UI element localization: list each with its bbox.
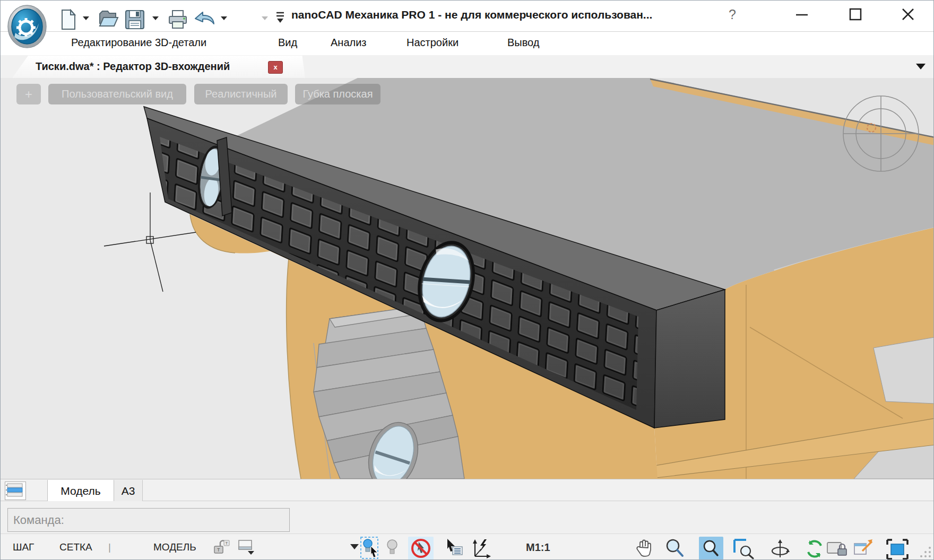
- visual-style-button[interactable]: Реалистичный: [194, 84, 288, 104]
- clean-screen-icon[interactable]: [853, 538, 876, 559]
- sheet-tab-a3[interactable]: А3: [114, 480, 143, 502]
- minimize-button[interactable]: [783, 1, 820, 28]
- regen-icon[interactable]: [804, 538, 825, 559]
- scale-indicator[interactable]: М1:1: [526, 541, 550, 554]
- lamp-icon[interactable]: [385, 538, 400, 557]
- sheet-tab-bar: Модель А3: [1, 479, 934, 501]
- jaw-plate-end-face: [654, 290, 725, 428]
- orbit-icon[interactable]: [769, 538, 791, 559]
- undo-caret-icon[interactable]: [221, 16, 227, 20]
- undo-icon[interactable]: [193, 9, 217, 29]
- command-prompt: Команда:: [13, 513, 64, 527]
- zoom-icon[interactable]: [665, 538, 685, 558]
- document-tab-label: Тиски.dwa* : Редактор 3D-вхождений: [36, 60, 230, 73]
- app-logo[interactable]: [7, 4, 47, 49]
- zoom-realtime-icon[interactable]: [699, 537, 723, 560]
- new-document-caret-icon[interactable]: [83, 16, 89, 20]
- no-selection-icon[interactable]: [408, 537, 434, 560]
- menu-settings[interactable]: Настройки: [407, 37, 459, 49]
- document-tab[interactable]: Тиски.dwa* : Редактор 3D-вхождений x: [12, 56, 305, 78]
- disabled-caret-icon[interactable]: [262, 16, 268, 20]
- sheet-tab-model[interactable]: Модель: [47, 480, 114, 502]
- tab-close-icon[interactable]: x: [268, 61, 283, 74]
- lock-ui-icon[interactable]: [826, 538, 847, 558]
- add-view-button[interactable]: +: [16, 84, 41, 104]
- maximize-button[interactable]: [837, 1, 874, 28]
- print-icon[interactable]: [168, 9, 188, 30]
- command-input[interactable]: Команда:: [7, 508, 290, 532]
- help-button[interactable]: ?: [729, 7, 736, 22]
- menu-edit-3d-part[interactable]: Редактирование 3D-детали: [71, 37, 206, 49]
- view-name-button[interactable]: Пользовательский вид: [48, 84, 186, 104]
- menu-analysis[interactable]: Анализ: [331, 37, 367, 49]
- zoom-window-icon[interactable]: [733, 538, 755, 559]
- save-icon[interactable]: [124, 9, 145, 30]
- title-bar: nanoCAD Механика PRO 1 - не для коммерче…: [1, 1, 934, 31]
- resize-grip[interactable]: [920, 546, 932, 558]
- fullscreen-icon[interactable]: [886, 538, 909, 560]
- part-name-button[interactable]: Губка плоская: [295, 84, 380, 104]
- menu-view[interactable]: Вид: [278, 37, 297, 49]
- menu-output[interactable]: Вывод: [507, 37, 539, 49]
- svg-text:T: T: [217, 547, 220, 553]
- 3d-scene: [1, 78, 934, 479]
- ucs-lightning-icon[interactable]: [471, 538, 493, 558]
- open-file-icon[interactable]: [98, 9, 119, 29]
- orbit-wheel[interactable]: [843, 96, 919, 171]
- model-space-toggle[interactable]: МОДЕЛЬ: [153, 541, 196, 553]
- tab-list-caret-icon[interactable]: [916, 64, 926, 69]
- close-button[interactable]: [889, 1, 927, 28]
- viewport-config-icon[interactable]: [237, 538, 255, 556]
- new-document-icon[interactable]: [59, 9, 77, 30]
- grid-toggle[interactable]: СЕТКА: [59, 541, 92, 553]
- model-viewport[interactable]: + Пользовательский вид Реалистичный Губк…: [1, 78, 934, 479]
- cursor-menu-icon[interactable]: [444, 538, 464, 557]
- svg-text:T: T: [226, 541, 228, 546]
- menu-bar: Редактирование 3D-детали Вид Анализ Наст…: [1, 31, 934, 56]
- padlock-open-icon[interactable]: T T: [211, 538, 230, 556]
- lamp-selected-icon[interactable]: [360, 537, 382, 559]
- dropdown-caret-icon[interactable]: [349, 544, 360, 550]
- command-line-row: Команда:: [1, 501, 934, 533]
- status-bar: ШАГ СЕТКА | МОДЕЛЬ T T: [1, 533, 934, 560]
- snap-toggle[interactable]: ШАГ: [13, 541, 34, 553]
- window-title: nanoCAD Механика PRO 1 - не для коммерче…: [291, 8, 652, 21]
- status-separator: |: [108, 541, 111, 553]
- toolbar-options-icon[interactable]: [274, 11, 286, 25]
- document-tab-bar: Тиски.dwa* : Редактор 3D-вхождений x: [1, 55, 934, 78]
- save-caret-icon[interactable]: [152, 16, 159, 20]
- sheet-list-icon[interactable]: [5, 482, 26, 500]
- pan-hand-icon[interactable]: [635, 538, 655, 558]
